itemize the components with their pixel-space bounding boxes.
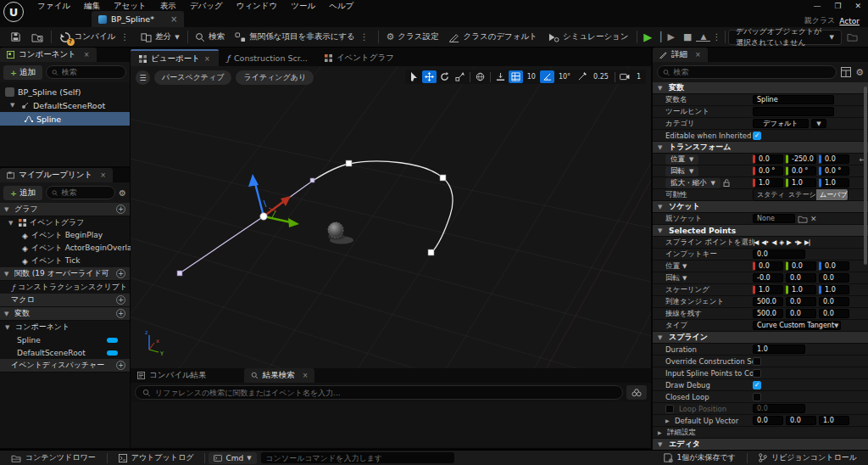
grid-snap-toggle-button[interactable] [509,70,523,83]
browse-icon[interactable] [798,215,808,223]
menu-window[interactable]: ウィンドウ [230,0,285,13]
expander-icon[interactable]: ▼ [8,220,15,227]
variable-name-field[interactable]: Spline [753,95,834,104]
category-dropdown-arrow[interactable]: ▼ [811,119,826,128]
play-button[interactable]: ▶ [639,31,656,43]
view-mode-switch[interactable]: ライティングあり [236,70,314,85]
category-dropdown[interactable]: デフォルト [753,119,809,128]
loop-position-checkbox[interactable] [665,405,674,413]
play-options-icon[interactable]: ⋮ [710,32,722,42]
eject-button[interactable]: ▲ [696,33,710,42]
menu-help[interactable]: ヘルプ [322,0,360,13]
asset-tab-bp-spline[interactable]: BP_Spline* × [92,11,184,27]
location-dropdown[interactable]: 位置▼ [665,154,698,165]
expander-icon[interactable]: ▼ [5,324,12,331]
close-button[interactable]: ✕ [854,2,861,10]
spline-point-5[interactable] [440,175,446,181]
viewport-3d[interactable]: x Y z ☰ パースペクティブ ライティングあり [131,66,651,368]
location-x-field[interactable]: 0.0 [753,154,783,164]
spline-point-1[interactable] [177,271,182,276]
section-selected-points[interactable]: ▼Selected Points [653,225,868,237]
minimize-button[interactable]: — [813,2,821,10]
find-results-input[interactable] [155,389,615,397]
scale-x-field[interactable]: 1.0 [753,178,783,188]
arrive-x-field[interactable]: 500.0 [753,297,783,306]
expander-icon[interactable]: ▼ [658,204,665,210]
debug-object-dropdown[interactable]: デバッグオブジェクトが選択されていません ▼ [728,30,842,45]
details-scrollbar[interactable] [864,87,867,265]
expander-icon[interactable]: ▶ [658,429,665,435]
expander-icon[interactable]: ▼ [658,227,665,234]
my-blueprint-search-input[interactable] [61,188,109,197]
select-last-point-icon[interactable]: ▶| [804,238,810,246]
find-button[interactable]: 検索 [190,27,230,48]
expander-icon[interactable]: ▼ [4,206,11,213]
world-local-toggle-button[interactable] [473,70,487,83]
leave-y-field[interactable]: 0.0 [786,309,816,318]
variable-spline[interactable]: Spline [0,333,130,346]
mobility-movable[interactable]: ムーバブル [816,189,848,200]
tab-close-icon[interactable]: × [100,171,106,179]
item-event-actorbeginoverlap[interactable]: ◈ イベント ActorBeginOverlap [0,242,130,255]
input-points-checkbox[interactable] [753,369,761,378]
tree-item-bp-spline-self[interactable]: BP_Spline (Self) [0,85,130,98]
item-event-graph[interactable]: ▼ イベントグラフ [0,216,130,229]
section-spline[interactable]: ▼スプライン [653,332,868,344]
up-vector-z-field[interactable]: 1.0 [819,416,849,425]
arrive-y-field[interactable]: 0.0 [786,297,816,306]
compile-button[interactable]: ? コンパイル ⋮ [54,27,136,48]
camera-speed-button[interactable] [618,70,632,83]
stop-button[interactable]: ■ [679,31,696,42]
spline-point-4[interactable] [346,160,352,166]
details-settings-gear-icon[interactable]: ⚙ [855,67,864,78]
select-all-points-icon[interactable]: ◈ [779,238,783,246]
frame-skip-button[interactable]: ▏▶ [656,31,679,42]
point-rotation-z-field[interactable]: 0.0 [819,273,849,283]
tab-construction-script[interactable]: ƒ Construction Scr... [219,49,316,66]
rotation-snap-toggle-button[interactable] [540,70,554,83]
up-vector-x-field[interactable]: 0.0 [753,416,783,425]
rotation-snap-value[interactable]: 10° [555,73,574,81]
rotation-y-field[interactable]: 0.0 ° [786,166,816,176]
editable-checkbox[interactable]: ✓ [753,132,761,140]
add-variable-icon[interactable]: + [116,309,125,318]
point-rotation-y-field[interactable]: 0.0 [786,273,816,283]
rotation-z-field[interactable]: 0.0 ° [819,166,849,176]
details-search-input[interactable] [673,68,831,76]
console-command-input[interactable] [266,454,449,462]
tab-close-icon[interactable]: × [303,372,309,379]
tab-my-blueprint[interactable]: マイブループリント × [0,168,113,182]
menu-debug[interactable]: デバッグ [183,0,230,13]
scale-y-field[interactable]: 1.0 [786,178,816,188]
sphere-mesh[interactable] [328,222,343,238]
draw-debug-checkbox[interactable]: ✓ [753,381,761,389]
duration-field[interactable]: 1.0 [753,345,805,354]
tab-close-icon[interactable]: × [84,51,90,59]
add-function-icon[interactable]: + [116,269,125,278]
point-location-z-field[interactable]: 0.0 [819,261,849,271]
simulation-button[interactable]: シミュレーション [542,27,634,48]
mobility-static[interactable]: スタティック [754,189,785,200]
scale-snap-value[interactable]: 0.25 [590,73,612,81]
select-first-point-icon[interactable]: |◀ [753,238,758,246]
section-variable[interactable]: ▼変数 [653,82,868,94]
point-scale-z-field[interactable]: 1.0 [819,285,849,294]
mobility-stationary[interactable]: ステーショナリ [785,189,816,200]
expander-icon[interactable]: ▼ [4,311,11,317]
find-in-blueprints-button[interactable] [626,385,647,400]
section-editor[interactable]: ▼エディタ [653,439,868,451]
row-advanced-settings[interactable]: ▶詳細設定 [653,427,868,439]
save-button[interactable] [5,27,26,48]
browse-asset-button[interactable] [26,27,48,48]
rotation-x-field[interactable]: 0.0 ° [753,166,783,176]
section-macros[interactable]: マクロ + [0,294,130,307]
tab-find-results[interactable]: 結果検索 × [244,368,315,383]
hide-unrelated-options-icon[interactable]: ⋮ [359,32,370,42]
location-y-field[interactable]: -250.0 [786,154,816,164]
leave-z-field[interactable]: 0.0 [819,309,849,318]
section-transform[interactable]: ▼トランスフォーム [653,142,868,154]
scale-z-field[interactable]: 1.0 [819,178,849,188]
debug-browse-button[interactable] [842,27,863,48]
expander-icon[interactable]: ▼ [658,334,665,341]
unsaved-indicator[interactable]: 1個が未保存です [655,451,743,465]
